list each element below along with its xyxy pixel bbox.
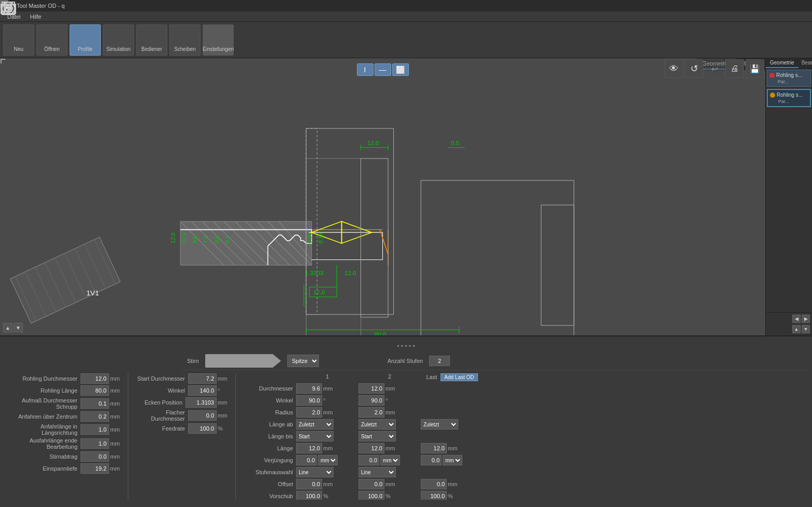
add-last-od-btn[interactable]: Add Last OD	[441, 373, 477, 381]
print-btn[interactable]: 🖨	[725, 59, 744, 78]
w2-input[interactable]	[358, 395, 384, 406]
canvas-area[interactable]: Geometrie Bear... I — ⬜	[0, 58, 765, 335]
profile-icon	[77, 28, 94, 45]
neu-icon	[10, 28, 27, 45]
row-offset: Offset mm mm mm	[240, 479, 803, 489]
param-flacher-d: Flacher Durchmesser mm	[132, 409, 231, 422]
row-verjungung: Verjüngung mm mm mm	[240, 455, 803, 465]
offnen-icon	[44, 28, 60, 45]
param-aufmass: Aufmaß Durchmesser Schrupp mm	[9, 397, 124, 410]
d1-input[interactable]	[296, 383, 322, 394]
toolbar-simulation[interactable]: Simulation	[103, 24, 134, 56]
v1-unit[interactable]: mm	[318, 455, 338, 465]
vs1-input[interactable]	[296, 491, 322, 500]
rp-tab-bear[interactable]: Bear...	[798, 58, 812, 68]
input-einspanntiefe[interactable]	[81, 463, 109, 474]
v1-input[interactable]	[296, 455, 317, 465]
r1-input[interactable]	[296, 407, 322, 418]
nav-down[interactable]: ▼	[14, 323, 23, 332]
la1-select[interactable]: Zuletzt	[296, 419, 334, 430]
svg-text:12.0: 12.0	[181, 232, 187, 243]
input-aufmass[interactable]	[81, 398, 109, 409]
nav-up[interactable]: ▲	[3, 323, 12, 332]
eye-btn[interactable]: 👁	[664, 59, 683, 78]
l2-input[interactable]	[358, 443, 384, 453]
refresh-btn[interactable]: ↺	[685, 59, 703, 78]
svg-point-10	[7, 7, 10, 10]
d2-input[interactable]	[358, 383, 384, 394]
lb2-select[interactable]: Start	[358, 431, 396, 441]
lb1-select[interactable]: Start	[296, 431, 334, 441]
save-btn[interactable]: 💾	[746, 59, 764, 78]
toolbar-profile[interactable]: Profile	[70, 24, 101, 56]
simulation-icon	[110, 28, 127, 45]
input-flacher-d[interactable]	[188, 410, 217, 421]
v-last-input[interactable]	[421, 455, 442, 465]
param-feedrate: Feedrate %	[132, 423, 231, 434]
undo-btn[interactable]: ↩	[705, 59, 724, 78]
r2-input[interactable]	[358, 407, 384, 418]
svg-text:0.1: 0.1	[224, 236, 231, 243]
v2-input[interactable]	[358, 455, 379, 465]
rp-item-1[interactable]: Rohling s... Par...	[767, 70, 811, 87]
stirn-arrow	[273, 354, 281, 368]
bottom-content: Rohling Durchmesser mm Rohling Länge mm …	[4, 370, 808, 503]
anzahl-label: Anzahl Stufen	[388, 358, 423, 364]
input-rohling-l[interactable]	[81, 385, 109, 396]
rp-tab-geom[interactable]: Geometrie	[766, 58, 798, 68]
svg-text:12.0: 12.0	[313, 289, 325, 295]
input-start-d[interactable]	[188, 373, 217, 384]
toolbar-offnen[interactable]: Öffnen	[36, 24, 68, 56]
svg-text:80.0: 80.0	[375, 331, 387, 335]
anzahl-input[interactable]	[429, 356, 450, 366]
row-radius: Radius mm mm	[240, 407, 803, 418]
sa1-select[interactable]: Line	[296, 467, 334, 477]
v-last-unit[interactable]: mm	[443, 455, 462, 465]
w1-input[interactable]	[296, 395, 322, 406]
input-stirnabtrag[interactable]	[81, 451, 109, 462]
input-ecken[interactable]	[185, 397, 217, 408]
view-btn-3[interactable]: ⬜	[392, 63, 409, 76]
v2-unit[interactable]: mm	[380, 455, 400, 465]
rp-item-2[interactable]: Rohling s... Par...	[767, 89, 811, 107]
view-btn-1[interactable]: I	[357, 63, 374, 76]
view-btn-2[interactable]: —	[375, 63, 391, 76]
la2-select[interactable]: Zuletzt	[358, 419, 396, 430]
rp-scroll-left[interactable]: ◀	[792, 315, 801, 323]
rp-scroll-up[interactable]: ▲	[792, 325, 801, 333]
toolbar-neu[interactable]: Neu	[3, 24, 34, 56]
row-laenge: Länge mm mm mm	[240, 443, 803, 453]
rp-scroll-down[interactable]: ▼	[802, 325, 810, 333]
param-anfahrlaenge: Anfahrlänge in Längsrichtung mm	[9, 423, 124, 436]
param-stirnabtrag: Stirnabtrag mm	[9, 451, 124, 462]
l-last-input[interactable]	[421, 443, 447, 453]
input-winkel[interactable]	[188, 385, 217, 396]
svg-text:3.0: 3.0	[214, 236, 220, 243]
param-ausfahrlaenge: Ausfahrlänge ende Bearbeitung mm	[9, 437, 124, 450]
col-header-1: 1	[296, 373, 358, 381]
toolbar-einstellungen[interactable]: Einstellungen	[203, 24, 234, 56]
o-last-input[interactable]	[421, 479, 447, 489]
vs-last-input[interactable]	[421, 491, 447, 500]
vs2-input[interactable]	[358, 491, 384, 500]
input-rohling-d[interactable]	[81, 373, 109, 384]
input-ausfahrlaenge[interactable]	[81, 438, 109, 449]
spitze-select[interactable]: Spitze	[287, 355, 319, 367]
sa2-select[interactable]: Line	[358, 467, 396, 477]
einstellungen-icon	[210, 28, 227, 45]
la-last-select[interactable]: Zuletzt	[421, 419, 458, 430]
row-winkel: Winkel ° °	[240, 395, 803, 406]
input-anfahren[interactable]	[81, 411, 109, 422]
svg-text:12.0: 12.0	[170, 232, 176, 243]
toolbar-scheiben[interactable]: Scheiben	[169, 24, 201, 56]
input-feedrate[interactable]	[188, 423, 217, 434]
input-anfahrlaenge[interactable]	[81, 424, 109, 435]
o1-input[interactable]	[296, 479, 322, 489]
menu-hilfe[interactable]: Hilfe	[26, 12, 46, 21]
l1-input[interactable]	[296, 443, 322, 453]
technical-drawing: 1V1	[0, 58, 765, 335]
o2-input[interactable]	[358, 479, 384, 489]
svg-text:12.0: 12.0	[344, 270, 356, 276]
rp-scroll-right[interactable]: ▶	[802, 315, 810, 323]
toolbar-bediener[interactable]: Bediener	[136, 24, 167, 56]
